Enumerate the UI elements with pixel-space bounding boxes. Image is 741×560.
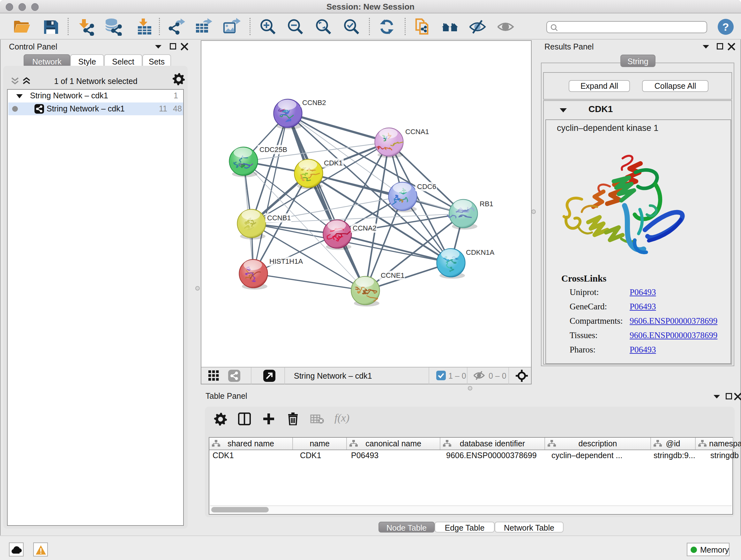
svg-text:RB1: RB1: [480, 200, 493, 208]
svg-text:CCNB2: CCNB2: [302, 99, 326, 107]
svg-text:CCNB1: CCNB1: [267, 214, 291, 222]
svg-text:HIST1H1A: HIST1H1A: [269, 257, 303, 265]
svg-text:CDC25B: CDC25B: [259, 145, 287, 153]
svg-text:CCNE1: CCNE1: [381, 271, 405, 279]
svg-text:CCNA1: CCNA1: [405, 128, 429, 136]
svg-text:CDC6: CDC6: [417, 183, 436, 191]
svg-text:CDK1: CDK1: [324, 159, 343, 167]
svg-text:CCNA2: CCNA2: [353, 224, 377, 232]
svg-text:?: ?: [723, 21, 729, 33]
svg-text:CDKN1A: CDKN1A: [466, 248, 495, 256]
